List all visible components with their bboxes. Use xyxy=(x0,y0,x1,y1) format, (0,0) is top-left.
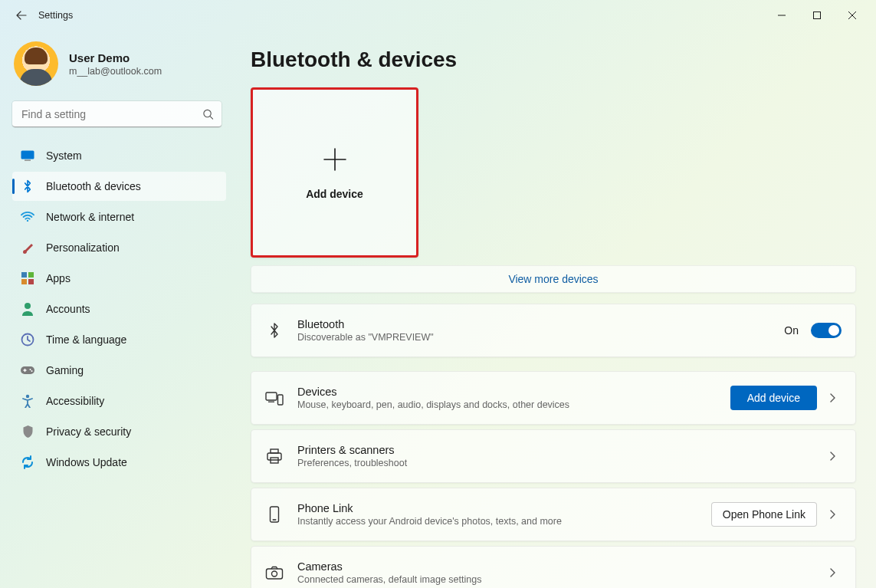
row-title: Devices xyxy=(297,386,717,398)
svg-point-12 xyxy=(30,369,31,370)
sidebar-item-update[interactable]: Windows Update xyxy=(12,448,226,477)
chevron-right-icon xyxy=(829,568,842,577)
sidebar-item-label: Accounts xyxy=(46,303,90,315)
sidebar-item-apps[interactable]: Apps xyxy=(12,264,226,293)
profile-name: User Demo xyxy=(69,51,162,64)
phone-icon xyxy=(265,505,284,524)
sidebar-item-label: Privacy & security xyxy=(46,425,131,438)
settings-row-devices[interactable]: DevicesMouse, keyboard, pen, audio, disp… xyxy=(251,372,855,424)
svg-rect-2 xyxy=(21,151,34,159)
sidebar-item-gaming[interactable]: Gaming xyxy=(12,356,226,385)
row-title: Phone Link xyxy=(297,502,697,514)
profile-email: m__lab@outlook.com xyxy=(69,66,162,77)
title-bar: Settings xyxy=(0,0,876,31)
apps-icon xyxy=(20,271,35,286)
devices-icon xyxy=(265,389,284,407)
bluetooth-title: Bluetooth xyxy=(297,318,770,330)
avatar xyxy=(14,41,58,86)
bluetooth-toggle[interactable] xyxy=(811,323,842,338)
svg-rect-17 xyxy=(278,395,284,405)
settings-card-devices: DevicesMouse, keyboard, pen, audio, disp… xyxy=(251,371,856,425)
brush-icon xyxy=(20,240,35,255)
sidebar-nav: SystemBluetooth & devicesNetwork & inter… xyxy=(12,141,226,477)
close-button[interactable] xyxy=(835,3,870,28)
chevron-right-icon xyxy=(829,393,842,402)
action-button-devices[interactable]: Add device xyxy=(730,386,817,410)
svg-rect-15 xyxy=(266,393,277,400)
sidebar-item-time[interactable]: Time & language xyxy=(12,325,226,354)
row-title: Printers & scanners xyxy=(297,444,815,456)
sidebar-item-label: Apps xyxy=(46,272,71,284)
add-device-tile[interactable]: Add device xyxy=(251,87,418,258)
account-icon xyxy=(20,301,35,317)
row-title: Cameras xyxy=(297,560,815,573)
svg-rect-11 xyxy=(21,366,34,374)
time-icon xyxy=(20,332,35,347)
plus-icon xyxy=(320,145,349,174)
svg-point-24 xyxy=(272,571,277,577)
window-title: Settings xyxy=(38,10,73,21)
sidebar-item-wifi[interactable]: Network & internet xyxy=(12,202,226,232)
view-more-label: View more devices xyxy=(508,273,598,285)
sidebar-item-label: Time & language xyxy=(46,333,126,346)
settings-card-printer: Printers & scannersPreferences, troubles… xyxy=(251,429,856,483)
svg-rect-19 xyxy=(267,453,281,460)
sidebar-item-system[interactable]: System xyxy=(12,141,226,170)
bluetooth-row[interactable]: Bluetooth Discoverable as "VMPREVIEW" On xyxy=(251,304,855,356)
settings-row-printer[interactable]: Printers & scannersPreferences, troubles… xyxy=(251,430,855,482)
device-settings-group: DevicesMouse, keyboard, pen, audio, disp… xyxy=(251,371,856,588)
bluetooth-icon xyxy=(265,321,284,340)
sidebar-item-account[interactable]: Accounts xyxy=(12,294,226,324)
sidebar-item-accessibility[interactable]: Accessibility xyxy=(12,386,226,416)
svg-rect-3 xyxy=(25,160,31,161)
search-box xyxy=(12,101,221,127)
sidebar-item-label: Windows Update xyxy=(46,456,127,468)
wifi-icon xyxy=(20,209,35,225)
svg-point-9 xyxy=(25,303,31,309)
action-button-phone[interactable]: Open Phone Link xyxy=(711,502,817,527)
bluetooth-icon xyxy=(20,179,35,194)
sidebar-item-label: Bluetooth & devices xyxy=(46,180,141,192)
sidebar-item-bluetooth[interactable]: Bluetooth & devices xyxy=(12,172,226,201)
svg-rect-7 xyxy=(21,279,27,284)
system-icon xyxy=(20,148,35,163)
row-subtitle: Preferences, troubleshoot xyxy=(297,458,815,468)
row-subtitle: Connected cameras, default image setting… xyxy=(297,574,815,585)
privacy-icon xyxy=(20,424,35,439)
view-more-devices-link[interactable]: View more devices xyxy=(251,265,856,293)
back-button[interactable] xyxy=(9,3,34,28)
svg-rect-23 xyxy=(267,569,283,579)
svg-point-13 xyxy=(31,370,33,372)
sidebar-item-label: System xyxy=(46,149,82,162)
search-icon xyxy=(202,109,214,120)
svg-rect-8 xyxy=(28,279,34,284)
svg-point-4 xyxy=(27,220,28,222)
row-subtitle: Mouse, keyboard, pen, audio, displays an… xyxy=(297,399,717,410)
printer-icon xyxy=(265,447,284,465)
sidebar-item-label: Gaming xyxy=(46,364,84,376)
page-title: Bluetooth & devices xyxy=(251,48,856,72)
maximize-icon xyxy=(813,11,821,19)
minimize-icon xyxy=(778,11,786,19)
sidebar-item-label: Accessibility xyxy=(46,395,104,407)
bluetooth-subtitle: Discoverable as "VMPREVIEW" xyxy=(297,332,770,343)
sidebar-item-brush[interactable]: Personalization xyxy=(12,233,226,262)
bluetooth-card: Bluetooth Discoverable as "VMPREVIEW" On xyxy=(251,304,856,357)
svg-point-1 xyxy=(204,110,211,117)
arrow-left-icon xyxy=(15,9,28,21)
chevron-right-icon xyxy=(829,452,842,461)
svg-rect-6 xyxy=(28,272,34,278)
svg-rect-5 xyxy=(21,272,27,278)
settings-card-phone: Phone LinkInstantly access your Android … xyxy=(251,488,856,541)
sidebar-item-label: Personalization xyxy=(46,241,120,254)
sidebar-item-label: Network & internet xyxy=(46,211,134,223)
maximize-button[interactable] xyxy=(799,3,835,28)
profile-block[interactable]: User Demo m__lab@outlook.com xyxy=(12,34,226,101)
settings-row-phone[interactable]: Phone LinkInstantly access your Android … xyxy=(251,488,855,540)
chevron-right-icon xyxy=(829,510,842,519)
settings-row-camera[interactable]: CamerasConnected cameras, default image … xyxy=(251,547,855,588)
search-input[interactable] xyxy=(12,101,221,127)
sidebar-item-privacy[interactable]: Privacy & security xyxy=(12,417,226,446)
minimize-button[interactable] xyxy=(764,3,799,28)
main-content: Bluetooth & devices Add device View more… xyxy=(234,31,876,588)
